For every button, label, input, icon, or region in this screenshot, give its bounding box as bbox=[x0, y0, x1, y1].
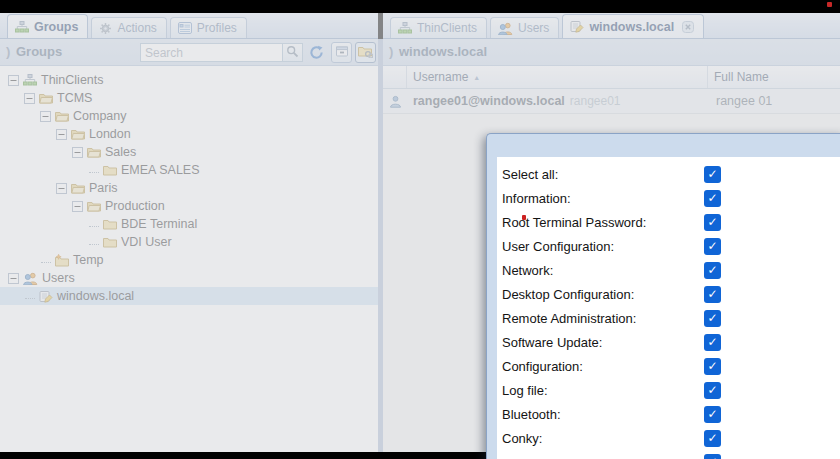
checkbox-configuration[interactable]: ✓ bbox=[704, 358, 721, 375]
checkbox-row-information: Information:✓ bbox=[497, 186, 840, 210]
checkbox-row-remote-administration: Remote Administration:✓ bbox=[497, 306, 840, 330]
checkbox-label: Desktop Configuration: bbox=[497, 287, 634, 302]
checkbox-partial[interactable]: ✓ bbox=[704, 454, 721, 459]
checkbox-network[interactable]: ✓ bbox=[704, 262, 721, 279]
checkbox-remote-administration[interactable]: ✓ bbox=[704, 310, 721, 327]
checkbox-root-terminal-password[interactable]: ✓ bbox=[704, 214, 721, 231]
checkbox-bluetooth[interactable]: ✓ bbox=[704, 406, 721, 423]
checkbox-user-configuration[interactable]: ✓ bbox=[704, 238, 721, 255]
checkbox-conky[interactable]: ✓ bbox=[704, 430, 721, 447]
checkbox-row-user-configuration: User Configuration:✓ bbox=[497, 234, 840, 258]
checkbox-select-all[interactable]: ✓ bbox=[704, 166, 721, 183]
checkbox-label: Bluetooth: bbox=[497, 407, 561, 422]
checkbox-row-root-terminal-password: Root Terminal Password:✓ bbox=[497, 210, 840, 234]
checkbox-label: Information: bbox=[497, 191, 571, 206]
checkbox-log-file[interactable]: ✓ bbox=[704, 382, 721, 399]
checkbox-row-bluetooth: Bluetooth:✓ bbox=[497, 402, 840, 426]
checkbox-information[interactable]: ✓ bbox=[704, 190, 721, 207]
checkbox-row-network: Network:✓ bbox=[497, 258, 840, 282]
checkbox-list: Select all:✓Information:✓Root Terminal P… bbox=[497, 162, 840, 459]
screen: GroupsActionsProfiles ) Groups ThinClien… bbox=[0, 0, 840, 459]
checkbox-label: Network: bbox=[497, 263, 553, 278]
checkbox-label: Software Update: bbox=[497, 335, 602, 350]
settings-dialog-body: Select all:✓Information:✓Root Terminal P… bbox=[497, 157, 840, 459]
checkbox-row-software-update: Software Update:✓ bbox=[497, 330, 840, 354]
checkbox-label: Log file: bbox=[497, 383, 548, 398]
checkbox-row-conky: Conky:✓ bbox=[497, 426, 840, 450]
checkbox-label: Configuration: bbox=[497, 359, 583, 374]
window-chrome-top bbox=[0, 0, 840, 13]
checkbox-row-partial: ✓ bbox=[497, 450, 840, 459]
checkbox-row-select-all: Select all:✓ bbox=[497, 162, 840, 186]
window-chrome-bottom bbox=[0, 452, 486, 459]
checkbox-row-log-file: Log file:✓ bbox=[497, 378, 840, 402]
checkbox-row-configuration: Configuration:✓ bbox=[497, 354, 840, 378]
checkbox-label: Remote Administration: bbox=[497, 311, 636, 326]
checkbox-label: User Configuration: bbox=[497, 239, 614, 254]
checkbox-label: Conky: bbox=[497, 431, 542, 446]
checkbox-row-desktop-configuration: Desktop Configuration:✓ bbox=[497, 282, 840, 306]
checkbox-label: Select all: bbox=[497, 167, 558, 182]
checkbox-desktop-configuration[interactable]: ✓ bbox=[704, 286, 721, 303]
settings-dialog: Select all:✓Information:✓Root Terminal P… bbox=[486, 133, 840, 459]
red-speck bbox=[827, 2, 832, 7]
checkbox-label: Root Terminal Password: bbox=[497, 215, 646, 230]
checkbox-software-update[interactable]: ✓ bbox=[704, 334, 721, 351]
